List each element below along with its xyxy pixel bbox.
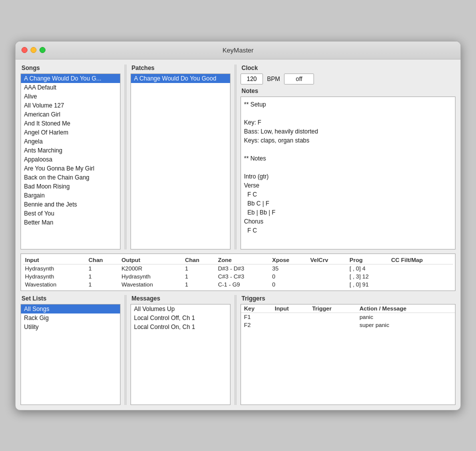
- song-item[interactable]: Bennie and the Jets: [21, 200, 120, 209]
- col-chan-in: Chan: [86, 256, 120, 264]
- col-input: Input: [23, 256, 86, 264]
- col-cc: CC Filt/Map: [389, 256, 453, 264]
- table-cell: 1: [183, 264, 216, 272]
- notes-section: Notes ** Setup Key: F Bass: Low, heavily…: [240, 88, 456, 250]
- table-cell: [389, 264, 453, 272]
- notes-label: Notes: [240, 88, 456, 94]
- table-cell: F2: [241, 321, 272, 329]
- table-cell: [ , 0] 4: [348, 264, 389, 272]
- table-row[interactable]: Wavestation1Wavestation1C-1 - G90[ , 0] …: [23, 280, 453, 288]
- connections-table: Input Chan Output Chan Zone Xpose VelCrv…: [23, 256, 453, 288]
- main-window: KeyMaster Songs A Change Would Do You G.…: [15, 41, 461, 410]
- songs-label: Songs: [20, 64, 120, 72]
- song-item[interactable]: Back on the Chain Gang: [21, 173, 120, 182]
- triggers-label: Triggers: [240, 295, 456, 302]
- table-cell: 0: [270, 272, 308, 280]
- messages-label: Messages: [130, 295, 230, 302]
- table-row[interactable]: Hydrasynth1Hydrasynth1C#3 - C#30[ , 3] 1…: [23, 272, 453, 280]
- connections-header: Input Chan Output Chan Zone Xpose VelCrv…: [23, 256, 453, 264]
- table-row[interactable]: F2super panic: [241, 321, 455, 329]
- setlist-item[interactable]: All Songs: [21, 304, 120, 314]
- setlist-item[interactable]: Rack Gig: [21, 314, 120, 322]
- messages-list[interactable]: All Volumes UpLocal Control Off, Ch 1Loc…: [130, 304, 230, 405]
- patches-list[interactable]: A Change Would Do You Good: [130, 74, 230, 250]
- table-cell: Hydrasynth: [23, 264, 86, 272]
- table-cell: C-1 - G9: [216, 280, 270, 288]
- col-chan-out: Chan: [183, 256, 216, 264]
- table-cell: [308, 272, 348, 280]
- close-button[interactable]: [22, 47, 28, 53]
- song-item[interactable]: Bargain: [21, 191, 120, 200]
- trig-col-trigger: Trigger: [309, 304, 356, 313]
- setlist-item[interactable]: Utility: [21, 322, 120, 332]
- triggers-table: Key Input Trigger Action / Message F1pan…: [241, 304, 455, 329]
- songs-patches-divider[interactable]: [124, 64, 126, 250]
- table-cell: 1: [86, 280, 120, 288]
- setlists-list[interactable]: All SongsRack GigUtility: [20, 304, 120, 405]
- song-item[interactable]: Angela: [21, 137, 120, 146]
- song-item[interactable]: AAA Default: [21, 83, 120, 92]
- col-xpose: Xpose: [270, 256, 308, 264]
- clock-section: Clock BPM off: [240, 64, 456, 84]
- patches-panel: Patches A Change Would Do You Good: [130, 64, 230, 250]
- table-cell: [308, 264, 348, 272]
- table-cell: K2000R: [120, 264, 183, 272]
- song-item[interactable]: Angel Of Harlem: [21, 128, 120, 137]
- song-item[interactable]: American Girl: [21, 110, 120, 119]
- table-cell: panic: [356, 312, 455, 321]
- songs-list[interactable]: A Change Would Do You G...AAA DefaultAli…: [20, 74, 120, 250]
- setlists-panel: Set Lists All SongsRack GigUtility: [20, 295, 120, 405]
- trig-col-action: Action / Message: [356, 304, 455, 313]
- table-cell: 0: [270, 280, 308, 288]
- table-cell: [272, 312, 310, 321]
- connections-section: Input Chan Output Chan Zone Xpose VelCrv…: [20, 254, 456, 291]
- message-item[interactable]: Local Control On, Ch 1: [131, 322, 230, 332]
- song-item[interactable]: All Volume 127: [21, 101, 120, 110]
- message-item[interactable]: All Volumes Up: [131, 304, 230, 314]
- trig-col-input: Input: [272, 304, 310, 313]
- clock-controls: BPM off: [240, 74, 456, 84]
- table-cell: 1: [86, 264, 120, 272]
- patch-item[interactable]: A Change Would Do You Good: [131, 74, 230, 83]
- patches-label: Patches: [130, 64, 230, 72]
- song-item[interactable]: And It Stoned Me: [21, 119, 120, 128]
- col-zone: Zone: [216, 256, 270, 264]
- song-item[interactable]: Ants Marching: [21, 146, 120, 155]
- table-cell: [308, 280, 348, 288]
- song-item[interactable]: A Change Would Do You G...: [21, 74, 120, 83]
- song-item[interactable]: Best of You: [21, 209, 120, 218]
- setlists-messages-divider[interactable]: [124, 295, 126, 405]
- triggers-header: Key Input Trigger Action / Message: [241, 304, 455, 313]
- song-item[interactable]: Appaloosa: [21, 155, 120, 164]
- maximize-button[interactable]: [40, 47, 46, 53]
- song-item[interactable]: Bad Moon Rising: [21, 182, 120, 191]
- notes-content[interactable]: ** Setup Key: F Bass: Low, heavily disto…: [240, 96, 456, 250]
- clock-notes-panel: Clock BPM off Notes ** Setup Key: F Bass…: [240, 64, 456, 250]
- bpm-label: BPM: [267, 76, 280, 82]
- table-row[interactable]: Hydrasynth1K2000R1D#3 - D#335[ , 0] 4: [23, 264, 453, 272]
- connections-panel: Input Chan Output Chan Zone Xpose VelCrv…: [20, 254, 456, 291]
- setlists-label: Set Lists: [20, 295, 120, 302]
- bpm-input[interactable]: [240, 74, 263, 84]
- clock-off-button[interactable]: off: [284, 74, 314, 84]
- col-prog: Prog: [348, 256, 389, 264]
- message-item[interactable]: Local Control Off, Ch 1: [131, 314, 230, 322]
- table-row[interactable]: F1panic: [241, 312, 455, 321]
- trig-col-key: Key: [241, 304, 272, 313]
- table-cell: C#3 - C#3: [216, 272, 270, 280]
- table-cell: [389, 272, 453, 280]
- table-cell: [389, 280, 453, 288]
- messages-triggers-divider[interactable]: [234, 295, 236, 405]
- table-cell: [309, 312, 356, 321]
- minimize-button[interactable]: [30, 47, 36, 53]
- table-cell: 1: [86, 272, 120, 280]
- song-item[interactable]: Are You Gonna Be My Girl: [21, 164, 120, 173]
- song-item[interactable]: Better Man: [21, 218, 120, 227]
- song-item[interactable]: Alive: [21, 92, 120, 101]
- table-cell: 1: [183, 280, 216, 288]
- patches-notes-divider[interactable]: [234, 64, 236, 250]
- table-cell: [309, 321, 356, 329]
- main-content: Songs A Change Would Do You G...AAA Defa…: [16, 60, 460, 410]
- triggers-list[interactable]: Key Input Trigger Action / Message F1pan…: [240, 304, 456, 405]
- triggers-panel: Triggers Key Input Trigger Action / Mess…: [240, 295, 456, 405]
